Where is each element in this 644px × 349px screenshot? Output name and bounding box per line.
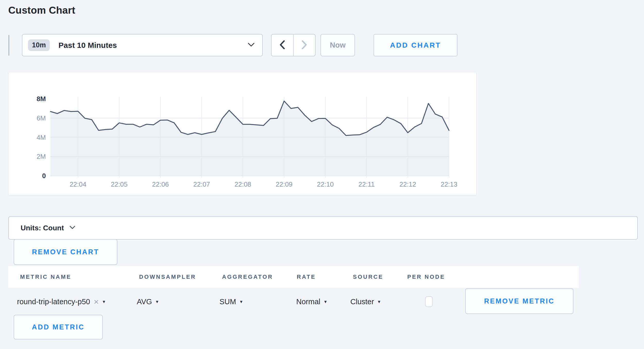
custom-chart-page: Custom Chart 10m Past 10 Minutes Now ADD… [0, 0, 644, 349]
aggregator-select[interactable]: SUM ▼ [219, 294, 243, 309]
metric-name-select[interactable]: round-trip-latency-p50 × ▼ [17, 294, 106, 309]
col-header-downsampler: DOWNSAMPLER [139, 274, 196, 280]
units-label: Units: Count [21, 224, 64, 232]
svg-text:4M: 4M [37, 134, 46, 141]
svg-text:22:04: 22:04 [70, 180, 86, 188]
svg-text:22:09: 22:09 [276, 180, 292, 188]
svg-text:22:12: 22:12 [399, 180, 416, 188]
svg-text:22:05: 22:05 [111, 180, 128, 188]
toolbar-accent-divider [9, 35, 9, 56]
remove-chart-button[interactable]: REMOVE CHART [14, 239, 117, 265]
col-header-rate: RATE [297, 274, 316, 280]
units-select[interactable]: Units: Count [8, 216, 638, 240]
caret-down-icon: ▼ [155, 300, 159, 304]
chart-card: 02M4M6M8M22:0422:0522:0622:0722:0822:092… [8, 72, 477, 195]
downsampler-value: AVG [137, 298, 152, 306]
metric-name-value: round-trip-latency-p50 [17, 298, 90, 306]
svg-text:22:08: 22:08 [234, 180, 251, 188]
aggregator-value: SUM [219, 298, 236, 306]
svg-text:0: 0 [42, 172, 46, 180]
rate-value: Normal [296, 298, 320, 306]
chevron-right-icon [302, 40, 307, 50]
caret-down-icon: ▼ [102, 300, 106, 304]
chevron-down-icon [248, 43, 255, 48]
svg-text:22:06: 22:06 [152, 180, 169, 188]
caret-down-icon: ▼ [239, 300, 243, 304]
caret-down-icon: ▼ [377, 300, 381, 304]
col-header-source: SOURCE [353, 274, 383, 280]
svg-text:22:10: 22:10 [317, 180, 334, 188]
rate-select[interactable]: Normal ▼ [296, 294, 327, 309]
time-back-button[interactable] [272, 34, 294, 56]
col-header-per-node: PER NODE [407, 274, 445, 280]
source-select[interactable]: Cluster ▼ [350, 294, 381, 309]
downsampler-select[interactable]: AVG ▼ [137, 294, 159, 309]
metrics-table-header: METRIC NAME DOWNSAMPLER AGGREGATOR RATE … [8, 266, 579, 288]
metric-chart[interactable]: 02M4M6M8M22:0422:0522:0622:0722:0822:092… [9, 72, 476, 195]
page-title: Custom Chart [8, 5, 75, 16]
add-metric-button[interactable]: ADD METRIC [14, 315, 103, 339]
time-pager [271, 34, 316, 56]
time-range-select[interactable]: 10m Past 10 Minutes [22, 34, 263, 56]
chevron-down-icon [70, 226, 75, 230]
svg-text:2M: 2M [37, 153, 46, 160]
time-range-label: Past 10 Minutes [58, 41, 117, 50]
source-value: Cluster [350, 298, 374, 306]
svg-text:22:13: 22:13 [440, 180, 457, 188]
svg-text:22:07: 22:07 [193, 180, 210, 188]
svg-text:8M: 8M [37, 95, 46, 103]
time-forward-button[interactable] [294, 34, 315, 56]
now-button[interactable]: Now [320, 34, 355, 56]
col-header-metric-name: METRIC NAME [20, 274, 71, 280]
chevron-left-icon [280, 40, 285, 50]
caret-down-icon: ▼ [323, 300, 327, 304]
add-chart-button[interactable]: ADD CHART [374, 34, 457, 56]
col-header-aggregator: AGGREGATOR [222, 274, 273, 280]
svg-text:22:11: 22:11 [358, 180, 375, 188]
time-range-badge: 10m [28, 39, 50, 51]
per-node-checkbox[interactable] [425, 296, 433, 307]
close-icon[interactable]: × [94, 297, 99, 306]
svg-text:6M: 6M [37, 114, 46, 122]
remove-metric-button[interactable]: REMOVE METRIC [465, 288, 573, 314]
